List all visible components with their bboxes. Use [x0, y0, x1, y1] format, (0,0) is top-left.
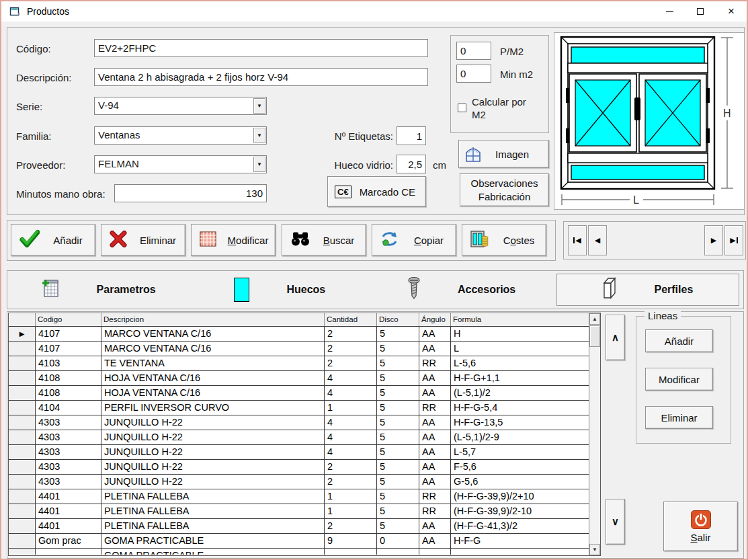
table-cell[interactable]: 4103 — [36, 356, 101, 370]
table-row[interactable]: 4108HOJA VENTANA C/1645AA(L-5,1)/2 — [9, 386, 600, 401]
table-cell[interactable]: 4107 — [36, 342, 101, 356]
table-cell[interactable]: 4303 — [36, 475, 101, 489]
imagen-button[interactable]: Imagen — [458, 140, 549, 168]
table-cell[interactable]: 4108 — [36, 371, 101, 385]
codigo-input[interactable] — [94, 39, 428, 57]
table-row[interactable]: 4108HOJA VENTANA C/1645AAH-F-G+1,1 — [9, 371, 600, 386]
tab-accesorios[interactable]: Accesorios — [371, 271, 552, 309]
table-cell[interactable]: 5 — [377, 504, 419, 518]
table-cell[interactable]: RR — [419, 504, 451, 518]
table-cell[interactable]: MARCO VENTANA C/16 — [101, 342, 325, 356]
table-cell[interactable]: JUNQUILLO H-22 — [101, 430, 325, 444]
minm2-input[interactable] — [456, 65, 491, 83]
familia-combo[interactable]: Ventanas ▼ — [94, 126, 267, 145]
table-cell[interactable]: F-5,6 — [451, 460, 589, 474]
table-cell[interactable]: PLETINA FALLEBA — [101, 519, 325, 533]
table-cell[interactable]: 5 — [377, 327, 419, 341]
table-cell[interactable]: 4 — [325, 415, 377, 430]
row-indicator[interactable] — [9, 415, 36, 430]
nav-last-button[interactable]: ▶ — [724, 225, 743, 255]
row-indicator[interactable] — [9, 549, 36, 555]
hueco-vidrio-input[interactable] — [397, 155, 426, 173]
table-cell[interactable]: H — [451, 327, 589, 341]
nav-next-button[interactable]: ▶ — [704, 225, 723, 255]
eliminar-button[interactable]: Eliminar — [101, 224, 185, 256]
tab-perfiles[interactable]: Perfiles — [556, 274, 739, 306]
row-indicator[interactable] — [9, 386, 36, 400]
table-cell[interactable]: G-5,6 — [451, 475, 589, 489]
row-indicator[interactable]: ▶ — [9, 327, 36, 341]
buscar-button[interactable]: Buscar — [282, 224, 366, 256]
row-up-button[interactable]: ∧ — [606, 315, 625, 360]
descripcion-input[interactable] — [94, 68, 428, 86]
table-cell[interactable]: AA — [419, 386, 451, 400]
table-cell[interactable]: PLETINA FALLEBA — [101, 489, 325, 504]
table-cell[interactable]: 5 — [377, 445, 419, 459]
table-cell[interactable]: AA — [419, 445, 451, 459]
table-cell[interactable] — [325, 549, 377, 555]
minutos-input[interactable] — [114, 184, 267, 202]
minimize-button[interactable] — [654, 1, 685, 22]
table-cell[interactable]: 5 — [377, 475, 419, 489]
row-indicator[interactable] — [9, 430, 36, 444]
chevron-down-icon[interactable]: ▼ — [253, 157, 265, 172]
proveedor-combo[interactable]: FELMAN ▼ — [94, 155, 267, 173]
table-cell[interactable]: AA — [419, 430, 451, 444]
lineas-modificar-button[interactable]: Modificar — [645, 368, 713, 391]
table-cell[interactable]: 4401 — [36, 504, 101, 518]
row-indicator[interactable] — [9, 445, 36, 459]
row-indicator[interactable] — [9, 460, 36, 474]
costes-button[interactable]: Costes — [462, 224, 546, 256]
table-cell[interactable]: 4104 — [36, 401, 101, 415]
row-indicator[interactable] — [9, 519, 36, 533]
table-cell[interactable]: (L-5,1)/2 — [451, 386, 589, 400]
table-cell[interactable]: 5 — [377, 415, 419, 430]
table-cell[interactable]: AA — [419, 327, 451, 341]
table-cell[interactable]: GOMA PRACTICABLE — [101, 534, 325, 548]
lineas-anadir-button[interactable]: Añadir — [645, 329, 713, 352]
row-indicator[interactable] — [9, 356, 36, 370]
table-cell[interactable]: RR — [419, 356, 451, 370]
table-cell[interactable]: 4303 — [36, 445, 101, 459]
table-cell[interactable]: L-5,7 — [451, 445, 589, 459]
table-cell[interactable]: 2 — [325, 327, 377, 341]
table-cell[interactable]: GOMA PRACTICABLE — [101, 549, 325, 555]
table-cell[interactable]: H-F-G-5,4 — [451, 401, 589, 415]
table-cell[interactable]: 4303 — [36, 430, 101, 444]
lines-grid[interactable]: Codigo Descripcion Cantidad Disco Ángulo… — [8, 313, 601, 556]
table-cell[interactable]: 2 — [325, 460, 377, 474]
table-cell[interactable]: 5 — [377, 342, 419, 356]
table-cell[interactable]: L-5,6 — [451, 356, 589, 370]
table-cell[interactable] — [419, 549, 451, 555]
row-indicator[interactable] — [9, 401, 36, 415]
table-row[interactable]: 4303JUNQUILLO H-2245AAH-F-G-13,5 — [9, 415, 600, 430]
table-cell[interactable]: (H-F-G-39,9)/2-10 — [451, 504, 589, 518]
chevron-down-icon[interactable]: ▼ — [253, 128, 265, 143]
row-indicator[interactable] — [9, 534, 36, 548]
table-cell[interactable]: AA — [419, 475, 451, 489]
scroll-up-arrow-icon[interactable]: ▲ — [589, 313, 600, 325]
lineas-eliminar-button[interactable]: Eliminar — [645, 406, 713, 429]
table-row[interactable]: ▶4107MARCO VENTANA C/1625AAH — [9, 327, 600, 342]
calcular-m2-checkbox[interactable] — [458, 104, 466, 112]
modificar-button[interactable]: Modificar — [191, 224, 276, 256]
table-cell[interactable]: 5 — [377, 460, 419, 474]
table-cell[interactable]: 4108 — [36, 386, 101, 400]
table-cell[interactable]: (H-F-G-39,9)/2+10 — [451, 489, 589, 504]
row-indicator[interactable] — [9, 371, 36, 385]
table-cell[interactable]: 2 — [325, 356, 377, 370]
observaciones-fabricacion-button[interactable]: Observaciones Fabricación — [460, 173, 549, 206]
row-indicator[interactable] — [9, 475, 36, 489]
table-cell[interactable]: HOJA VENTANA C/16 — [101, 371, 325, 385]
table-cell[interactable]: (H-F-G-41,3)/2 — [451, 519, 589, 533]
table-cell[interactable]: JUNQUILLO H-22 — [101, 475, 325, 489]
table-cell[interactable] — [377, 549, 419, 555]
table-cell[interactable]: 1 — [325, 489, 377, 504]
table-cell[interactable]: MARCO VENTANA C/16 — [101, 327, 325, 341]
maximize-button[interactable] — [685, 1, 716, 22]
table-cell[interactable]: TE VENTANA — [101, 356, 325, 370]
table-cell[interactable]: 4303 — [36, 415, 101, 430]
table-cell[interactable]: H-F-G — [451, 534, 589, 548]
row-down-button[interactable]: ∨ — [606, 499, 625, 545]
serie-combo[interactable]: V-94 ▼ — [94, 97, 267, 115]
